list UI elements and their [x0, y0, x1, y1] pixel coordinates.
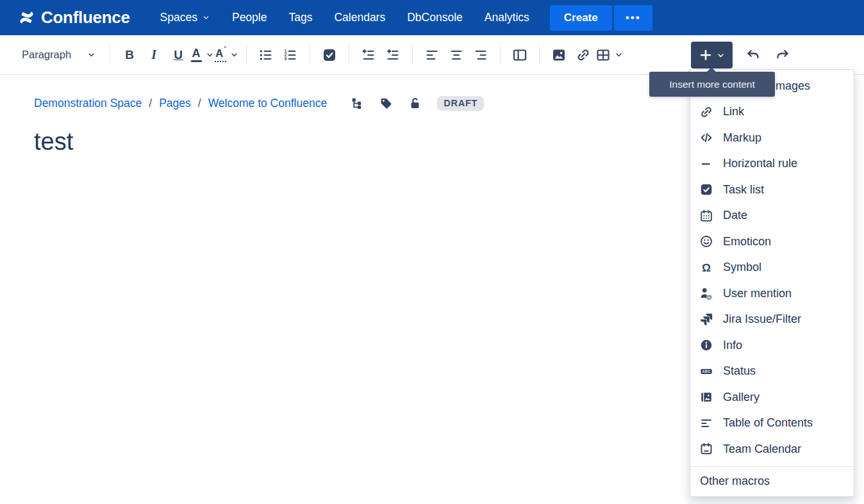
- page-meta-icons: [351, 97, 422, 110]
- insert-menu-item-label: Horizontal rule: [723, 157, 797, 170]
- nav-item-tags[interactable]: Tags: [278, 6, 323, 29]
- undo-icon: [745, 47, 761, 63]
- insert-menu-item-label: Markup: [723, 131, 761, 145]
- nav-item-label: Tags: [288, 11, 312, 24]
- nav-item-spaces[interactable]: Spaces: [149, 6, 221, 29]
- toolbar-separator: [110, 45, 110, 65]
- insert-menu-items: Files and images Link Markup Horizontal …: [690, 73, 854, 462]
- text-color-dropdown[interactable]: A: [190, 43, 215, 67]
- align-right-icon: [473, 47, 488, 63]
- italic-button[interactable]: I: [142, 43, 166, 67]
- align-right-button[interactable]: [469, 43, 493, 67]
- italic-label: I: [151, 47, 156, 62]
- toolbar-separator: [539, 45, 540, 65]
- chevron-down-icon: [87, 50, 96, 60]
- insert-menu-item-user-mention[interactable]: User mention: [690, 280, 854, 307]
- underline-button[interactable]: U: [166, 43, 190, 67]
- breadcrumb-separator: /: [198, 97, 201, 110]
- task-list-icon: [699, 183, 713, 197]
- page-layout-button[interactable]: [508, 43, 532, 67]
- insert-menu-item-task-list[interactable]: Task list: [690, 177, 854, 203]
- create-button[interactable]: Create: [550, 5, 612, 31]
- breadcrumb-link-demonstration-space: Demonstration Space /: [34, 97, 159, 110]
- emoticon-icon: [699, 234, 713, 248]
- chevron-down-icon: [202, 13, 210, 22]
- confluence-logo[interactable]: Confluence: [18, 8, 130, 28]
- numbered-list-button[interactable]: [278, 43, 303, 67]
- outdent-icon: [361, 47, 376, 63]
- redo-button[interactable]: [770, 43, 795, 67]
- other-macros-item[interactable]: Other macros: [690, 466, 854, 496]
- insert-more-content-menu: Files and images Link Markup Horizontal …: [690, 69, 854, 497]
- insert-more-content-button[interactable]: [691, 42, 733, 69]
- insert-menu-item-markup[interactable]: Markup: [690, 125, 854, 151]
- insert-menu-item-symbol[interactable]: Symbol: [690, 255, 854, 281]
- chevron-down-icon: [716, 51, 726, 60]
- nav-item-calendars[interactable]: Calendars: [323, 6, 396, 29]
- insert-menu-item-emoticon[interactable]: Emoticon: [690, 229, 854, 255]
- table-of-contents-icon: [699, 416, 713, 430]
- confluence-editor-screen: Confluence Spaces People Tags: [0, 0, 864, 504]
- image-icon: [551, 47, 567, 63]
- nav-more-button[interactable]: •••: [614, 5, 652, 31]
- insert-menu-item-table-of-contents[interactable]: Table of Contents: [690, 411, 854, 437]
- insert-table-dropdown[interactable]: [595, 43, 624, 67]
- insert-link-button[interactable]: [571, 43, 595, 67]
- plus-icon: [698, 47, 713, 63]
- insert-image-button[interactable]: [547, 43, 571, 67]
- align-left-button[interactable]: [420, 43, 444, 67]
- insert-menu-item-date[interactable]: Date: [690, 203, 854, 229]
- insert-menu-item-gallery[interactable]: Gallery: [690, 384, 854, 411]
- status-icon: [699, 364, 713, 378]
- more-formatting-icon: A°: [215, 47, 226, 62]
- insert-menu-item-team-calendar[interactable]: Team Calendar: [690, 436, 854, 462]
- paragraph-style-dropdown[interactable]: Paragraph: [15, 43, 103, 67]
- indent-button[interactable]: [381, 43, 405, 67]
- user-mention-icon: [699, 286, 713, 300]
- indent-icon: [385, 47, 401, 63]
- nav-item-label: Spaces: [160, 11, 197, 24]
- insert-menu-item-jira-issue-filter[interactable]: Jira Issue/Filter: [690, 307, 854, 333]
- insert-menu-item-label: Table of Contents: [723, 416, 813, 430]
- chevron-down-icon: [229, 50, 239, 60]
- jira-icon: [699, 313, 713, 327]
- align-left-icon: [424, 47, 440, 63]
- insert-menu-item-label: Link: [723, 105, 744, 118]
- insert-menu-item-label: Symbol: [723, 261, 761, 274]
- nav-items: Spaces People Tags Calendars: [149, 6, 540, 29]
- insert-menu-item-label: User mention: [723, 287, 792, 300]
- outdent-button[interactable]: [356, 43, 381, 67]
- date-icon: [699, 209, 713, 223]
- nav-item-label: DbConsole: [407, 11, 463, 24]
- team-calendar-icon: [699, 442, 713, 456]
- insert-menu-item-info[interactable]: Info: [690, 332, 854, 359]
- numbered-list-icon: [283, 47, 298, 63]
- chevron-down-icon: [205, 50, 215, 60]
- align-center-icon: [449, 47, 464, 63]
- nav-item-people[interactable]: People: [221, 6, 278, 29]
- insert-more-content-tooltip: Insert more content: [649, 72, 775, 97]
- nav-item-dbconsole[interactable]: DbConsole: [396, 6, 474, 29]
- more-formatting-dropdown[interactable]: A°: [215, 43, 239, 67]
- table-icon: [595, 47, 611, 63]
- undo-button[interactable]: [741, 43, 765, 67]
- nav-item-label: Analytics: [485, 11, 529, 24]
- toolbar-separator: [412, 45, 413, 65]
- nav-item-label: People: [232, 11, 267, 24]
- task-list-button[interactable]: [317, 43, 342, 67]
- chevron-down-icon: [614, 50, 624, 60]
- label-tag-icon[interactable]: [379, 97, 393, 110]
- bold-button[interactable]: B: [117, 43, 142, 67]
- align-center-button[interactable]: [444, 43, 469, 67]
- unlock-icon[interactable]: [408, 97, 422, 110]
- insert-menu-item-link[interactable]: Link: [690, 99, 854, 126]
- insert-menu-item-status[interactable]: Status: [690, 359, 854, 385]
- nav-item-analytics[interactable]: Analytics: [474, 6, 540, 29]
- gallery-icon: [699, 390, 713, 404]
- bullet-list-button[interactable]: [254, 43, 278, 67]
- link-icon: [576, 47, 591, 63]
- page-tree-icon[interactable]: [351, 97, 364, 110]
- insert-menu-item-horizontal-rule[interactable]: Horizontal rule: [690, 151, 854, 177]
- confluence-logo-text: Confluence: [41, 8, 130, 28]
- symbol-icon: [699, 261, 713, 275]
